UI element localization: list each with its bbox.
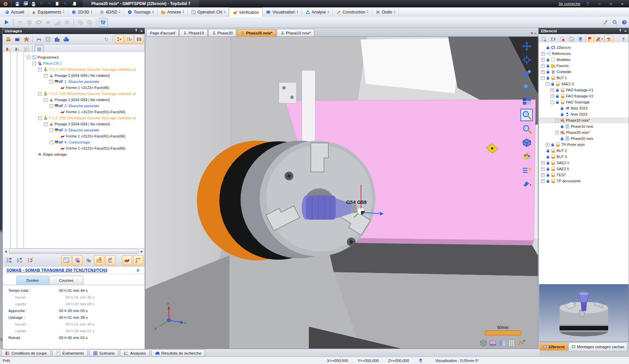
expander-icon[interactable]: − — [38, 116, 42, 120]
expander-icon[interactable]: − — [27, 56, 30, 59]
part-gray-button[interactable] — [84, 255, 93, 265]
copy-doc-button[interactable]: 12 — [567, 35, 575, 43]
user-icon[interactable] — [584, 1, 592, 6]
expander-icon[interactable]: − — [550, 100, 554, 104]
tree-item[interactable]: −%NProgramme1 — [25, 54, 145, 60]
route-button[interactable] — [133, 255, 143, 265]
expander-icon[interactable]: − — [44, 122, 48, 126]
tree-item[interactable]: −T 2.2: D55 Rhombique Gauche Tournage ex… — [25, 115, 145, 121]
ribbon-tab-2d-3d[interactable]: 2D/3D▾ — [68, 7, 96, 17]
tree-item[interactable]: −4: Contournage — [25, 139, 145, 145]
export-button[interactable] — [54, 1, 61, 7]
sync-button[interactable]: ↻ — [102, 35, 111, 43]
simulate-toolpath-button[interactable] — [13, 35, 21, 43]
delete-doc-button[interactable] — [558, 35, 566, 43]
filter-burst-button[interactable] — [125, 35, 133, 43]
tree-item[interactable]: +SAE2.5 — [539, 166, 629, 172]
tree-item[interactable]: +FAO fraisage-V2 — [539, 93, 629, 99]
expander-icon[interactable]: − — [32, 62, 36, 65]
tree-item[interactable]: −Pièce CN 1 — [25, 60, 145, 66]
expander-icon[interactable]: + — [541, 161, 545, 165]
tree-item[interactable]: +SAE2.1 — [539, 160, 629, 166]
scroll-right-arrow[interactable]: ▶ — [139, 250, 145, 253]
expander-icon[interactable]: − — [38, 92, 42, 96]
tab-list-icon[interactable]: ▾ — [531, 31, 533, 35]
tree-item[interactable]: −FAO Tournage — [539, 99, 629, 105]
print-doc-button[interactable] — [35, 35, 43, 43]
tab-durées[interactable]: Durées — [17, 276, 49, 285]
tree-item[interactable]: −SAE2.3 — [539, 81, 629, 87]
ribbon-tab-outils[interactable]: Outils▾ — [372, 7, 399, 17]
close-button[interactable]: ✕ — [618, 1, 626, 6]
ribbon-tab-annexe[interactable]: Annexe▾ — [157, 7, 188, 17]
expander-icon[interactable]: + — [541, 58, 545, 62]
tree-check-button[interactable] — [25, 255, 35, 265]
ribbon-tab-4d-5d[interactable]: 4D/5D▾ — [96, 7, 124, 17]
cube-button[interactable] — [25, 18, 33, 26]
import-folder-button[interactable] — [53, 35, 61, 43]
pin-icon[interactable] — [618, 29, 622, 33]
swap-arrows-button[interactable] — [604, 35, 613, 43]
bottom-tab-search-results[interactable]: Résultats de recherche — [151, 350, 205, 357]
expander-icon[interactable]: + — [541, 179, 545, 183]
tree-item[interactable]: BUT 3 — [539, 154, 629, 160]
columns-button[interactable] — [134, 35, 143, 43]
expander-icon[interactable]: − — [50, 141, 53, 144]
save-all-button[interactable] — [22, 1, 29, 7]
expander-icon[interactable]: − — [38, 68, 42, 71]
ribbon-tab-tournage[interactable]: Tournage▾ — [124, 7, 157, 17]
expander-icon[interactable]: + — [541, 173, 545, 177]
ribbon-tab-op-ration-cn[interactable]: %NOpération CN▾ — [188, 7, 229, 17]
tree-item[interactable]: −T 9.2: C80 Rhombique Gauche Tournage ex… — [25, 91, 145, 97]
expander-icon[interactable]: − — [50, 80, 53, 84]
simulate-machine-button[interactable] — [4, 35, 12, 43]
print-button[interactable] — [30, 1, 37, 7]
document-tab[interactable]: Page d'accueil — [146, 29, 179, 36]
part-pink-button[interactable] — [72, 255, 83, 265]
tree-item[interactable]: BUT 2 — [539, 148, 629, 154]
scroll-left-arrow[interactable]: ◀ — [3, 250, 8, 253]
document-tab[interactable]: Phase20 noix* — [237, 29, 276, 36]
tree-item[interactable]: −BUT 1 — [539, 75, 629, 81]
tree-item[interactable]: −3: Ébauche paraxiale — [25, 127, 145, 133]
document-tab[interactable]: Phase20 — [208, 29, 236, 36]
ring-button[interactable] — [35, 18, 43, 26]
ribbon-tab--quipements[interactable]: Équipements▾ — [28, 7, 68, 17]
percent-n-button[interactable]: %N — [61, 255, 71, 265]
close-icon[interactable]: × — [624, 29, 627, 33]
axis-check-button[interactable] — [105, 255, 115, 265]
tree-expand-button[interactable] — [15, 255, 24, 265]
scrollbar-thumb[interactable] — [9, 249, 139, 254]
tree-item[interactable]: −1: Ébauche paraxiale — [25, 79, 145, 85]
tree-item[interactable]: −Posage 2 [G54 G59 | No rotation] — [25, 97, 145, 103]
tool-folder-button[interactable] — [94, 255, 104, 265]
pin-icon[interactable] — [134, 29, 138, 33]
tree-item[interactable]: +Favoris — [539, 63, 629, 69]
ribbon-tab-analyse[interactable]: Analyse▾ — [302, 7, 333, 17]
tree-item[interactable]: +FAO fraisage-V1 — [539, 87, 629, 93]
verify-collision-button[interactable] — [22, 35, 30, 43]
import-doc-button[interactable] — [70, 1, 77, 7]
ribbon-tab-construction[interactable]: Construction▾ — [333, 7, 372, 17]
document-tab[interactable]: Phase10 noix* — [277, 29, 314, 36]
expander-icon[interactable]: − — [541, 76, 545, 80]
tree-structure-button[interactable] — [115, 35, 124, 43]
tree-import-button[interactable] — [549, 35, 557, 43]
tree-item[interactable]: +Phase10 noix* — [539, 117, 629, 123]
tree-item[interactable]: Phase10 noix — [539, 123, 629, 129]
tree-item[interactable]: +Modèles — [539, 57, 629, 63]
tree-item[interactable]: Étape usinage — [25, 151, 145, 157]
horizontal-scrollbar[interactable]: ◀ ▶ — [3, 248, 145, 254]
burst-button[interactable] — [63, 18, 71, 26]
tree-item[interactable]: +Phase20 noix* — [539, 129, 629, 135]
close-icon[interactable]: × — [140, 29, 143, 33]
flag-button[interactable] — [586, 35, 594, 43]
bottom-tab-analyses[interactable]: Analyses — [120, 350, 150, 357]
refresh-button[interactable]: ↻ — [62, 1, 69, 7]
close-document-icon[interactable]: × — [534, 31, 536, 35]
expander-icon[interactable]: + — [541, 64, 545, 68]
tree-item[interactable]: +TP decouverte — [539, 178, 629, 184]
expander-icon[interactable]: − — [50, 104, 53, 108]
tree-item[interactable]: +Corbeille — [539, 69, 629, 75]
expander-icon[interactable]: − — [546, 82, 549, 86]
